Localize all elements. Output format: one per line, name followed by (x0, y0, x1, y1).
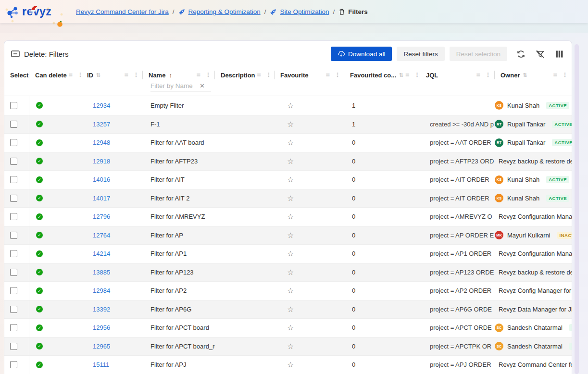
column-filter-icon[interactable]: = (257, 71, 261, 79)
filter-id-link[interactable]: 12918 (93, 158, 110, 165)
table-row[interactable]: ✓12934Empty Filter☆1KSKunal ShahACTIVE (4, 96, 572, 115)
scrollbar-thumb[interactable] (575, 44, 579, 374)
table-row[interactable]: ✓14214Filter for AP1☆0project = AP1 ORDE… (4, 244, 572, 263)
favourite-star-icon[interactable]: ☆ (287, 212, 294, 221)
row-checkbox[interactable] (10, 176, 17, 183)
row-checkbox[interactable] (10, 158, 17, 165)
column-menu-icon[interactable]: ⋮ (205, 72, 211, 78)
row-checkbox[interactable] (10, 195, 17, 202)
favourite-star-icon[interactable]: ☆ (287, 194, 294, 203)
breadcrumb-label[interactable]: Revyz Command Center for Jira (76, 8, 169, 15)
sort-icon[interactable]: ⇅ (523, 72, 527, 78)
row-checkbox[interactable] (10, 324, 17, 331)
column-filter-icon[interactable]: = (405, 71, 409, 79)
filter-id-link[interactable]: 13392 (93, 306, 110, 313)
breadcrumb-label[interactable]: Reporting & Optimization (188, 8, 261, 15)
row-checkbox[interactable] (10, 232, 17, 239)
row-checkbox[interactable] (10, 306, 17, 313)
column-header-favourite[interactable]: Favourite=⋮ (275, 68, 344, 82)
name-filter-input[interactable] (150, 82, 200, 89)
clear-filter-icon[interactable]: ✕ (200, 82, 205, 89)
favourite-star-icon[interactable]: ☆ (287, 360, 294, 369)
favourite-star-icon[interactable]: ☆ (287, 120, 294, 129)
row-checkbox[interactable] (10, 287, 17, 294)
row-checkbox[interactable] (10, 121, 17, 128)
table-row[interactable]: ✓13392Filter for AP6G☆0project = AP6G OR… (4, 300, 572, 319)
reset-selection-button[interactable]: Reset selection (450, 47, 507, 61)
breadcrumb-item-reporting-optimization[interactable]: Reporting & Optimization (178, 8, 261, 15)
filter-id-link[interactable]: 12948 (93, 139, 110, 146)
columns-icon[interactable] (553, 48, 565, 60)
favourite-star-icon[interactable]: ☆ (287, 175, 294, 184)
favourite-star-icon[interactable]: ☆ (287, 342, 294, 351)
column-menu-icon[interactable]: ⋮ (133, 72, 139, 78)
filter-id-link[interactable]: 12965 (93, 343, 110, 350)
column-menu-icon[interactable]: ⋮ (485, 72, 491, 78)
filter-id-link[interactable]: 13257 (93, 121, 110, 128)
sort-icon[interactable]: ⇅ (96, 72, 100, 78)
table-row[interactable]: ✓14016Filter for AIT☆0project = AIT ORDE… (4, 170, 572, 189)
table-row[interactable]: ✓12796Filter for AMREVYZ☆0project = AMRE… (4, 207, 572, 226)
filter-id-link[interactable]: 12796 (93, 213, 110, 220)
row-checkbox[interactable] (10, 269, 17, 276)
column-header-description[interactable]: Description=⋮ (215, 68, 275, 82)
filter-id-link[interactable]: 14016 (93, 176, 110, 183)
filter-id-link[interactable]: 12764 (93, 232, 110, 239)
table-row[interactable]: ✓13257F-1☆1created >= -30d AND pRTRupali… (4, 115, 572, 134)
breadcrumb-label[interactable]: Site Optimization (280, 8, 329, 15)
column-filter-icon[interactable]: = (476, 71, 480, 79)
table-row[interactable]: ✓13885Filter for AP123☆0project = AP123 … (4, 263, 572, 282)
table-row[interactable]: ✓14017Filter for AIT 2☆0project = AIT OR… (4, 189, 572, 208)
reset-filters-button[interactable]: Reset filters (397, 47, 444, 61)
refresh-icon[interactable] (515, 48, 526, 60)
favourite-star-icon[interactable]: ☆ (287, 157, 294, 166)
breadcrumb-item-revyz-command-center-for-jira[interactable]: Revyz Command Center for Jira (76, 8, 169, 15)
column-header-jql[interactable]: JQL=⋮ (420, 68, 495, 82)
filter-disabled-icon[interactable] (534, 48, 546, 60)
filter-id-link[interactable]: 15111 (93, 361, 109, 368)
favourite-star-icon[interactable]: ☆ (287, 101, 294, 110)
filter-id-link[interactable]: 12956 (93, 324, 110, 331)
column-menu-icon[interactable]: ⋮ (266, 72, 272, 78)
table-row[interactable]: ✓12918Filter for AFTP23☆0project = AFTP2… (4, 152, 572, 171)
column-menu-icon[interactable]: ⋮ (335, 72, 340, 78)
breadcrumb-item-site-optimization[interactable]: Site Optimization (270, 8, 329, 15)
column-menu-icon[interactable]: ⋮ (414, 72, 420, 78)
favourite-star-icon[interactable]: ☆ (287, 268, 294, 277)
table-row[interactable]: ✓12948Filter for AAT board☆0project = AA… (4, 133, 572, 152)
table-row[interactable]: ✓12984Filter for AP2☆0project = AP2 ORDE… (4, 281, 572, 300)
column-header-select[interactable]: Select (4, 68, 29, 82)
row-checkbox[interactable] (10, 213, 17, 220)
table-row[interactable]: ✓12956Filter for APCT board☆0project = A… (4, 318, 572, 337)
filter-id-link[interactable]: 14017 (93, 195, 110, 202)
column-menu-icon[interactable]: ⋮ (562, 72, 568, 78)
filter-id-link[interactable]: 13885 (93, 269, 110, 276)
column-filter-icon[interactable]: = (326, 71, 330, 79)
row-checkbox[interactable] (10, 139, 17, 146)
row-checkbox[interactable] (10, 361, 17, 368)
filter-id-link[interactable]: 14214 (93, 250, 110, 257)
favourite-star-icon[interactable]: ☆ (287, 138, 294, 147)
column-filter-icon[interactable]: = (125, 71, 128, 79)
column-filter-icon[interactable]: = (197, 71, 200, 79)
favourite-star-icon[interactable]: ☆ (287, 249, 294, 258)
column-filter-icon[interactable]: = (553, 71, 557, 79)
column-header-id[interactable]: ID⇅=⋮ (81, 68, 143, 82)
sort-icon[interactable]: ⇅ (399, 72, 403, 78)
row-checkbox[interactable] (10, 250, 17, 257)
favourite-star-icon[interactable]: ☆ (287, 323, 294, 332)
row-checkbox[interactable] (10, 343, 17, 350)
table-row[interactable]: ✓15111Filter for APJ☆0project = APJ ORDE… (4, 355, 572, 374)
column-filter-icon[interactable]: = (69, 71, 73, 79)
download-all-button[interactable]: Download all (331, 47, 392, 61)
column-header-favourited_count[interactable]: Favourited co...⇅=⋮ (344, 68, 420, 82)
column-header-name[interactable]: Name↑=⋮ (143, 68, 215, 82)
table-row[interactable]: ✓12764Filter for AP☆0project = AP ORDER … (4, 226, 572, 245)
table-row[interactable]: ✓12965Filter for APCT board_revy:☆0proje… (4, 337, 572, 356)
favourite-star-icon[interactable]: ☆ (287, 231, 294, 240)
sort-asc-icon[interactable]: ↑ (169, 72, 172, 79)
row-checkbox[interactable] (10, 102, 17, 109)
favourite-star-icon[interactable]: ☆ (287, 286, 294, 295)
filter-id-link[interactable]: 12934 (93, 102, 110, 109)
favourite-star-icon[interactable]: ☆ (287, 305, 294, 314)
